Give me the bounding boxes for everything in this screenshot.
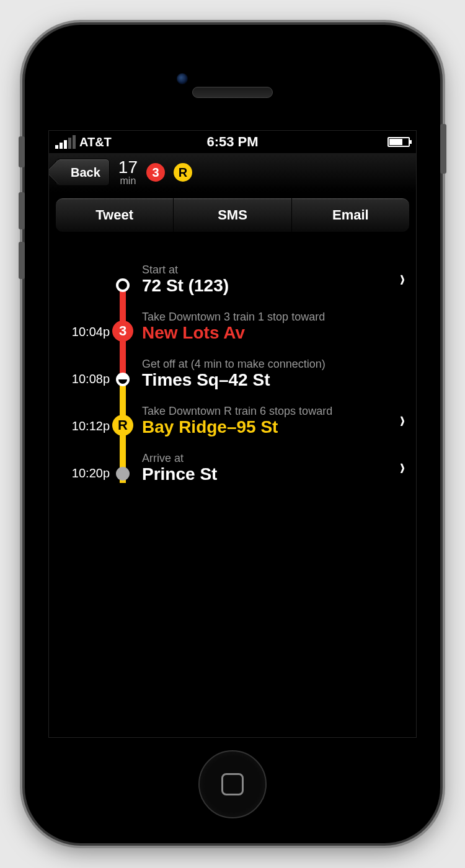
- email-button[interactable]: Email: [292, 198, 409, 232]
- step-texts: Take Downtown R train 6 stops towardBay …: [136, 405, 396, 436]
- step-node-col: 3: [110, 309, 136, 342]
- chevron-right-icon: ›: [396, 265, 405, 293]
- step-time: 10:04p: [60, 325, 110, 342]
- step-time: 10:08p: [60, 372, 110, 389]
- power-button: [440, 124, 446, 174]
- step-texts: Start at72 St (123): [136, 264, 396, 294]
- step-subtitle: Arrive at: [142, 453, 396, 465]
- carrier-label: AT&T: [79, 135, 112, 149]
- line-bullet-r-label: R: [179, 166, 187, 180]
- step-time: 10:12p: [60, 419, 110, 436]
- camera-dot: [177, 73, 188, 84]
- route-steps: Start at72 St (123)›10:04p3Take Downtown…: [49, 232, 416, 483]
- node-line-bullet: 3: [112, 321, 133, 342]
- status-time: 6:53 PM: [206, 134, 258, 150]
- phone-frame: AT&T 6:53 PM Back 17 min 3 R Tweet SMS E…: [25, 25, 440, 843]
- back-button-label: Back: [71, 166, 100, 180]
- node-line-bullet: R: [112, 415, 133, 436]
- step-subtitle: Get off at (4 min to make connection): [142, 358, 405, 371]
- signal-icon: [55, 135, 76, 149]
- node-start-icon: [116, 278, 130, 292]
- duration-unit: min: [120, 176, 136, 186]
- step-node-col: [110, 451, 136, 483]
- step-subtitle: Start at: [142, 264, 396, 277]
- step-subtitle: Take Downtown R train 6 stops toward: [142, 405, 396, 418]
- line-bullet-3: 3: [146, 163, 165, 182]
- share-segmented: Tweet SMS Email: [55, 198, 410, 232]
- route-step: 10:04p3Take Downtown 3 train 1 stop towa…: [54, 294, 411, 342]
- node-transfer-icon: [116, 373, 130, 386]
- back-button[interactable]: Back: [55, 159, 110, 186]
- volume-down: [19, 242, 25, 279]
- battery-icon: [388, 137, 410, 147]
- route-step[interactable]: 10:20pArrive atPrince St›: [54, 436, 411, 483]
- step-title: Bay Ridge–95 St: [142, 418, 396, 436]
- line-bullet-3-label: 3: [152, 166, 159, 180]
- step-title: New Lots Av: [142, 324, 405, 342]
- home-button[interactable]: [198, 750, 267, 818]
- step-texts: Arrive atPrince St: [136, 453, 396, 483]
- route-step: 10:08pGet off at (4 min to make connecti…: [54, 342, 411, 389]
- step-node-col: [110, 262, 136, 294]
- step-node-col: [110, 356, 136, 389]
- sms-button[interactable]: SMS: [174, 198, 291, 232]
- line-bullet-r: R: [174, 163, 192, 182]
- duration-value: 17: [118, 159, 138, 176]
- route-step[interactable]: 10:12pRTake Downtown R train 6 stops tow…: [54, 389, 411, 436]
- node-end-icon: [116, 467, 130, 480]
- screen: AT&T 6:53 PM Back 17 min 3 R Tweet SMS E…: [48, 130, 417, 738]
- volume-up: [19, 192, 25, 229]
- step-title: Times Sq–42 St: [142, 371, 405, 389]
- step-time: 10:20p: [60, 466, 110, 483]
- step-title: 72 St (123): [142, 277, 396, 294]
- chevron-right-icon: ›: [396, 406, 405, 434]
- chevron-right-icon: ›: [396, 453, 405, 481]
- nav-header: Back 17 min 3 R: [49, 153, 416, 192]
- step-node-col: R: [110, 404, 136, 436]
- step-texts: Get off at (4 min to make connection)Tim…: [136, 358, 405, 389]
- step-title: Prince St: [142, 465, 396, 483]
- tweet-button[interactable]: Tweet: [56, 198, 174, 232]
- mute-switch: [19, 136, 25, 167]
- step-texts: Take Downtown 3 train 1 stop towardNew L…: [136, 311, 405, 342]
- trip-duration: 17 min: [118, 159, 138, 186]
- speaker-grille: [192, 87, 273, 98]
- route-step[interactable]: Start at72 St (123)›: [54, 247, 411, 294]
- status-bar: AT&T 6:53 PM: [49, 131, 416, 153]
- step-subtitle: Take Downtown 3 train 1 stop toward: [142, 311, 405, 324]
